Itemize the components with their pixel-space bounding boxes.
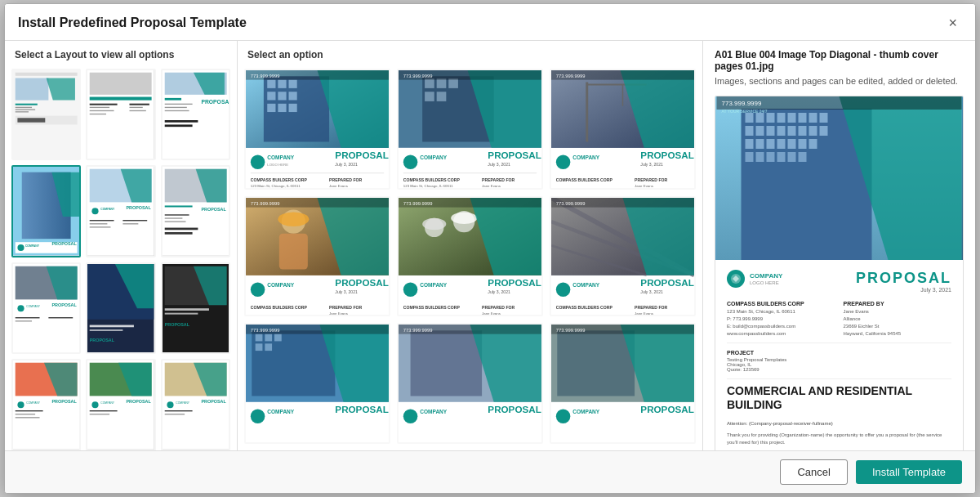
middle-panel-header: Select an option	[238, 41, 702, 65]
svg-rect-166	[289, 104, 297, 112]
svg-text:PROPOSAL: PROPOSAL	[201, 208, 226, 213]
svg-rect-15	[90, 110, 114, 111]
svg-text:PROPOSAL: PROPOSAL	[201, 399, 226, 404]
option-card-9[interactable]: 773.999.9999 COMPANY PROPOSAL COMMERCIAL…	[550, 323, 696, 444]
svg-text:PROPOSAL: PROPOSAL	[90, 338, 115, 343]
svg-text:PROPOSAL: PROPOSAL	[640, 150, 693, 160]
preview-date: July 3, 2021	[856, 287, 951, 293]
svg-text:COMPANY: COMPANY	[572, 154, 600, 160]
layout-thumb-img-3: PROPOSAL	[163, 70, 229, 159]
svg-rect-371	[777, 152, 786, 162]
svg-text:COMPASS BUILDERS CORP: COMPASS BUILDERS CORP	[251, 177, 308, 182]
layout-thumb-8[interactable]: PROPOSAL	[86, 262, 155, 354]
option-card-7[interactable]: 773.999.9999 COMPANY PROPOSAL COMMERCIAL…	[244, 323, 390, 444]
layout-thumb-img-7: COMPANY PROPOSAL	[13, 264, 79, 352]
preview-attention-text: Attention: (Company-proposal-receiver-fu…	[727, 420, 951, 428]
layout-thumb-6[interactable]: PROPOSAL	[161, 165, 230, 257]
svg-rect-363	[767, 139, 775, 149]
svg-rect-164	[267, 104, 275, 112]
layout-thumb-12[interactable]: COMPANY PROPOSAL	[161, 359, 230, 450]
preview-scroll-area[interactable]: 773.999.9999 AT YOUR SERVICE 24/7	[703, 92, 975, 450]
svg-text:Jane Evans: Jane Evans	[482, 184, 501, 188]
option-card-3[interactable]: 773.999.9999 COMPANY PROPOSAL July 3, 20…	[550, 69, 696, 190]
svg-rect-165	[278, 104, 286, 112]
option-card-8[interactable]: 773.999.9999 COMPANY PROPOSAL COMMERCIAL…	[397, 323, 543, 444]
layout-thumb-1[interactable]	[11, 69, 81, 160]
svg-rect-366	[799, 139, 807, 149]
option-card-4[interactable]: 773.999.9999 COMPANY PROPOSAL July 3, 20…	[244, 196, 390, 317]
preview-company-name: COMPANY	[750, 273, 782, 280]
layout-thumb-7[interactable]: COMPANY PROPOSAL	[11, 262, 81, 354]
svg-rect-74	[90, 329, 123, 331]
svg-text:COMPANY: COMPANY	[101, 401, 116, 405]
close-button[interactable]: ×	[943, 14, 962, 32]
svg-rect-356	[777, 126, 786, 136]
svg-rect-160	[289, 80, 297, 88]
option-card-2[interactable]: 773.999.9999 COMPANY PROPOSAL July 3, 20…	[397, 69, 543, 190]
svg-rect-373	[799, 152, 807, 162]
layout-thumb-img-8: PROPOSAL	[87, 264, 154, 352]
svg-rect-17	[130, 104, 149, 105]
option-card-1[interactable]: 773.999.9999 COMPANY LOGO HERE PROPOSAL …	[244, 69, 390, 190]
svg-text:July 3, 2021: July 3, 2021	[640, 289, 663, 293]
option-thumb-9: 773.999.9999 COMPANY PROPOSAL COMMERCIAL…	[551, 325, 694, 444]
svg-rect-19	[130, 110, 146, 111]
svg-point-260	[422, 217, 446, 230]
svg-text:773.999.9999: 773.999.9999	[403, 74, 433, 78]
svg-rect-361	[746, 139, 754, 149]
svg-rect-56	[164, 218, 182, 219]
preview-prepared-by-name: Jane Evans	[844, 308, 952, 316]
svg-point-288	[556, 282, 570, 296]
svg-rect-45	[90, 221, 114, 222]
layout-thumb-10[interactable]: COMPANY PROPOSAL	[11, 359, 81, 450]
preview-project-label: PROJECT	[727, 350, 951, 356]
svg-rect-18	[130, 107, 143, 108]
svg-rect-53	[164, 206, 192, 208]
svg-rect-88	[16, 410, 43, 411]
svg-rect-162	[278, 92, 286, 100]
svg-text:AT YOUR SERVICE 24/7: AT YOUR SERVICE 24/7	[722, 109, 768, 114]
layout-grid: PROPOSAL	[11, 69, 230, 450]
option-card-6[interactable]: 773.999.9999 COMPANY PROPOSAL July 3, 20…	[550, 196, 696, 317]
install-template-button[interactable]: Install Template	[856, 460, 962, 484]
layout-thumb-3[interactable]: PROPOSAL	[161, 69, 230, 160]
option-card-5[interactable]: 773.999.9999 COMPANY PROPOSAL July 3, 20…	[397, 196, 543, 317]
layout-thumb-2[interactable]	[86, 69, 155, 160]
svg-text:COMPANY: COMPANY	[572, 410, 600, 415]
svg-text:COMPASS BUILDERS CORP: COMPASS BUILDERS CORP	[251, 304, 308, 309]
svg-rect-349	[788, 113, 796, 123]
layout-scroll-area[interactable]: PROPOSAL	[5, 65, 237, 450]
svg-text:Jane Evans: Jane Evans	[635, 184, 654, 188]
svg-text:COMPANY: COMPANY	[420, 154, 448, 160]
svg-rect-46	[90, 224, 108, 225]
svg-text:PREPARED FOR: PREPARED FOR	[329, 304, 362, 309]
svg-rect-368	[746, 152, 754, 162]
svg-rect-332	[557, 331, 635, 396]
svg-text:123 Main St, Chicago, IL 60611: 123 Main St, Chicago, IL 60611	[403, 184, 453, 188]
svg-point-42	[92, 208, 99, 215]
layout-thumb-img-11: COMPANY PROPOSAL	[87, 360, 154, 449]
svg-point-267	[403, 282, 417, 296]
svg-text:COMPANY: COMPANY	[267, 410, 295, 415]
svg-rect-346	[756, 113, 764, 123]
layout-thumb-4[interactable]: COMPANY PROPOSAL	[11, 165, 81, 257]
option-thumb-5: 773.999.9999 COMPANY PROPOSAL July 3, 20…	[399, 198, 541, 317]
layout-thumb-9[interactable]: PROPOSAL	[161, 262, 230, 354]
svg-text:COMPASS BUILDERS CORP: COMPASS BUILDERS CORP	[403, 177, 461, 182]
layout-thumb-img-12: COMPANY PROPOSAL	[163, 360, 229, 449]
option-thumb-2: 773.999.9999 COMPANY PROPOSAL July 3, 20…	[399, 70, 541, 190]
svg-text:Jane Evans: Jane Evans	[329, 184, 349, 188]
svg-rect-369	[756, 152, 764, 162]
svg-point-337	[556, 410, 570, 423]
svg-text:773.999.9999: 773.999.9999	[403, 328, 433, 333]
layout-thumb-5[interactable]: COMPANY PROPOSAL	[86, 165, 155, 257]
cancel-button[interactable]: Cancel	[780, 459, 847, 485]
preview-compass-web: www.compassbuilders.com	[727, 330, 835, 338]
layout-thumb-11[interactable]: COMPANY PROPOSAL	[86, 359, 155, 450]
layout-thumb-img-2	[87, 70, 154, 159]
svg-rect-161	[267, 92, 275, 100]
svg-rect-90	[16, 417, 40, 418]
preview-compass-phone: P: 773.999.9999	[727, 316, 835, 323]
svg-text:773.999.9999: 773.999.9999	[556, 200, 586, 205]
svg-text:PROPOSAL: PROPOSAL	[127, 399, 152, 404]
